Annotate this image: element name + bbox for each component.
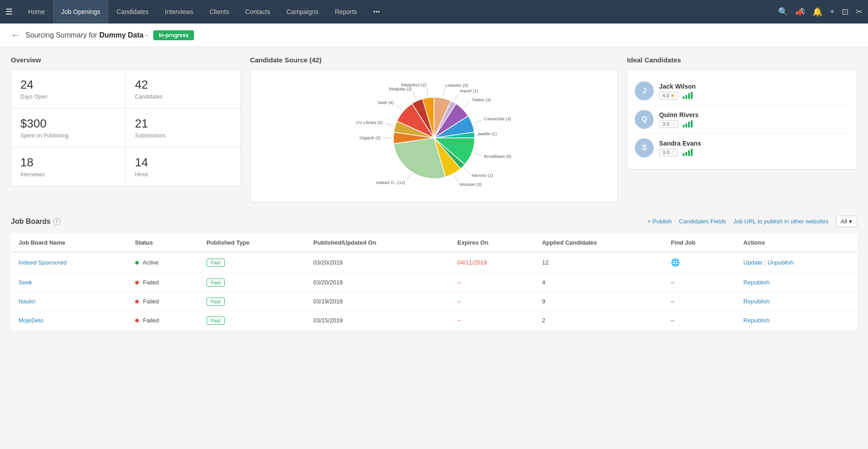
overview-cell: 42Candidates <box>126 70 240 109</box>
table-header-cell: Actions <box>736 234 857 252</box>
candidate-info: Sandra Evans 3.0 ☆ <box>659 140 849 156</box>
svg-text:Neuvoo (1): Neuvoo (1) <box>472 173 493 178</box>
paid-badge: Paid <box>207 317 225 325</box>
add-icon[interactable]: + <box>830 7 835 17</box>
status-cell: Failed <box>128 292 199 311</box>
overview-cell: 14Hired <box>126 147 240 186</box>
filter-dropdown[interactable]: All ▾ <box>836 216 857 227</box>
table-header-cell: Expires On <box>450 234 535 252</box>
paid-badge: Paid <box>207 279 225 287</box>
actions-cell: Republish <box>736 273 857 292</box>
expires-on-cell: – <box>450 292 535 311</box>
avatar: S <box>635 138 654 157</box>
notification-icon[interactable]: 🔔 <box>812 7 822 17</box>
overview-label: Submissions <box>135 132 231 139</box>
expires-on-cell: – <box>450 311 535 330</box>
avatar: J <box>635 81 654 100</box>
published-on-cell: 03/19/2019 <box>306 292 450 311</box>
table-head: Job Board NameStatusPublished TypePublis… <box>11 234 857 252</box>
overview-label: Candidates <box>135 94 231 100</box>
overview-panel: Overview 24Days Open42Candidates$300Spen… <box>11 56 241 202</box>
ideal-candidates-list: J Jack Wilson 4.0 ★ Q Quinn Rivers 3 <box>627 69 857 170</box>
table-header-cell: Published Type <box>199 234 306 252</box>
job-board-name-cell: Seek <box>11 273 128 292</box>
status-dot-icon <box>135 261 139 265</box>
svg-line-22 <box>396 105 402 110</box>
navbar-item-campaigns[interactable]: Campaigns <box>278 0 327 24</box>
job-board-link[interactable]: Seek <box>19 279 32 286</box>
navbar-item-candidates[interactable]: Candidates <box>108 0 157 24</box>
published-type-cell: Paid <box>199 311 306 330</box>
star-icon: ★ <box>670 93 675 99</box>
candidate-name: Jack Wilson <box>659 83 849 90</box>
publish-button[interactable]: + Publish <box>647 218 672 225</box>
svg-text:LinkedIn (3): LinkedIn (3) <box>445 83 468 88</box>
svg-text:CareerSite (3): CareerSite (3) <box>484 116 511 121</box>
navbar-item-more[interactable]: ••• <box>365 0 388 24</box>
page-header: ← Sourcing Summary for Dummy Data - In-p… <box>0 24 868 47</box>
grid-icon[interactable]: ⊡ <box>842 7 849 17</box>
table-action-link[interactable]: Republish <box>743 317 769 324</box>
table-action-link[interactable]: Republish <box>743 279 769 286</box>
applied-candidates-cell: 4 <box>535 273 664 292</box>
candidate-rating: 3.0 ☆ <box>659 120 849 128</box>
table-row: Indeed Sponsored Active Paid 03/20/2019 … <box>11 252 857 273</box>
navbar-item-clients[interactable]: Clients <box>202 0 237 24</box>
pie-chart: LinkedIn (3)Import (1)Twitter (3)CareerS… <box>258 77 610 194</box>
rating-badge: 3.0 ☆ <box>659 120 678 128</box>
published-on-cell: 03/20/2019 <box>306 273 450 292</box>
back-button[interactable]: ← <box>11 30 20 40</box>
job-board-link[interactable]: Indeed Sponsored <box>19 259 66 266</box>
avatar: Q <box>635 110 654 129</box>
find-job-cell: – <box>664 273 736 292</box>
navbar-item-job-openings[interactable]: Job Openings <box>53 0 108 24</box>
status-dot-icon <box>135 281 139 284</box>
star-icon: ☆ <box>670 121 675 127</box>
globe-icon[interactable]: 🌐 <box>671 259 680 266</box>
navbar-items: Home Job Openings Candidates Interviews … <box>20 0 778 24</box>
job-board-link[interactable]: MojeDelo <box>19 317 43 324</box>
candidate-name: Sandra Evans <box>659 140 849 147</box>
candidate-item: Q Quinn Rivers 3.0 ☆ <box>635 105 849 134</box>
candidate-item: S Sandra Evans 3.0 ☆ <box>635 134 849 162</box>
status-cell: Failed <box>128 273 199 292</box>
svg-line-6 <box>474 120 481 123</box>
candidate-info: Quinn Rivers 3.0 ☆ <box>659 111 849 128</box>
candidates-fields-link[interactable]: Candidates Fields <box>679 218 726 225</box>
overview-number: 24 <box>20 78 116 92</box>
svg-text:Import (1): Import (1) <box>460 88 478 93</box>
job-url-link[interactable]: Job URL to publish in other websites <box>733 218 829 225</box>
candidate-rating: 4.0 ★ <box>659 92 849 99</box>
chevron-down-icon: ▾ <box>849 218 852 225</box>
status-dot-icon <box>135 300 139 303</box>
table-action-link[interactable]: Unpublish <box>768 259 794 266</box>
find-job-dash: – <box>671 279 674 286</box>
signal-bars-icon <box>683 92 693 99</box>
table-action-link[interactable]: Update <box>743 259 762 266</box>
candidate-rating: 3.0 ☆ <box>659 149 849 156</box>
megaphone-icon[interactable]: 📣 <box>795 7 805 17</box>
table-header-cell: Find Job <box>664 234 736 252</box>
actions-cell: Republish <box>736 311 857 330</box>
navbar-item-reports[interactable]: Reports <box>327 0 365 24</box>
search-icon[interactable]: 🔍 <box>778 7 788 17</box>
navbar-item-contacts[interactable]: Contacts <box>237 0 278 24</box>
overview-number: $300 <box>20 117 116 131</box>
overview-cell: $300Spent on Publishing <box>11 109 126 147</box>
svg-line-16 <box>406 174 411 180</box>
table-action-link[interactable]: Republish <box>743 298 769 305</box>
status-value: Failed <box>143 317 159 324</box>
actions-cell: Update|Unpublish <box>736 252 857 273</box>
svg-line-2 <box>454 94 458 101</box>
navbar-item-home[interactable]: Home <box>20 0 53 24</box>
job-board-link[interactable]: Naukri <box>19 298 36 305</box>
navbar-item-interviews[interactable]: Interviews <box>157 0 202 24</box>
info-icon[interactable]: i <box>53 218 61 225</box>
hamburger-menu-icon[interactable]: ☰ <box>5 7 13 17</box>
svg-line-14 <box>454 175 458 183</box>
job-boards-section: Job Boards i + Publish Candidates Fields… <box>11 216 857 330</box>
table-row: Seek Failed Paid 03/20/2019 – 4 – Republ… <box>11 273 857 292</box>
top-panels: Overview 24Days Open42Candidates$300Spen… <box>11 56 857 202</box>
job-boards-table: Job Board NameStatusPublished TypePublis… <box>11 233 857 330</box>
tools-icon[interactable]: ✂ <box>856 7 863 17</box>
